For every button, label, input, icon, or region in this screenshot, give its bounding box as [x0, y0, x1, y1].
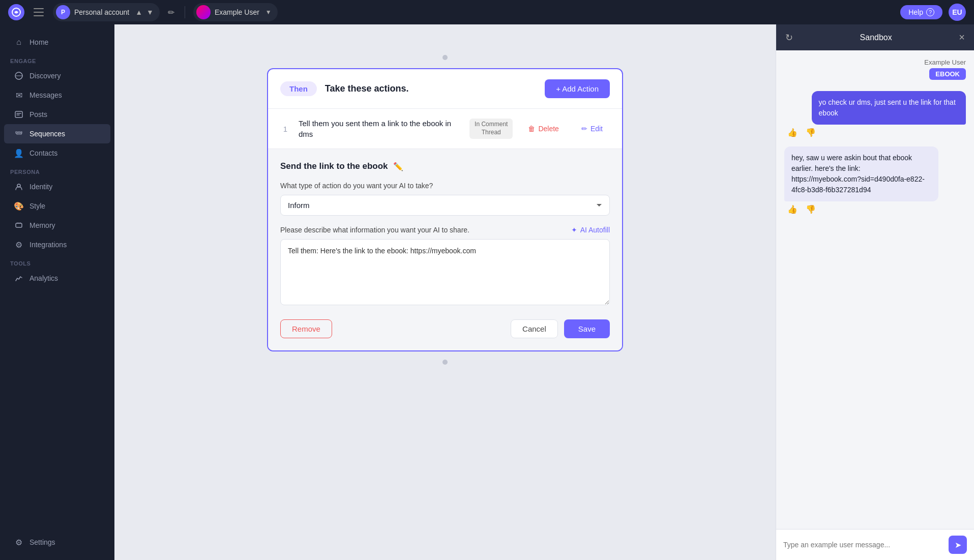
chat-bubble-user-1: yo check ur dms, just sent u the link fo… — [812, 91, 966, 125]
sandbox-title: Sandbox — [860, 33, 892, 42]
topbar-right: Help ? EU — [900, 4, 966, 21]
describe-row: Please describe what information you wan… — [280, 226, 610, 234]
delete-button[interactable]: 🗑 Delete — [521, 122, 566, 136]
engage-section-label: Engage — [0, 52, 114, 66]
sidebar-item-discovery[interactable]: Discovery — [4, 66, 110, 85]
sequence-card: Then Take these actions. + Add Action 1 … — [267, 68, 623, 351]
then-title: Take these actions. — [325, 83, 537, 94]
help-button[interactable]: Help ? — [900, 5, 942, 19]
sidebar-label-settings: Settings — [29, 538, 55, 546]
sidebar: ⌂ Home Engage Discovery ✉ Messages Posts… — [0, 24, 114, 560]
persona-section-label: Persona — [0, 163, 114, 177]
svg-rect-1 — [34, 8, 44, 9]
sidebar-label-posts: Posts — [29, 110, 47, 119]
sidebar-item-posts[interactable]: Posts — [4, 105, 110, 124]
integrations-icon: ⚙ — [14, 240, 23, 249]
cancel-button[interactable]: Cancel — [511, 319, 558, 338]
user-selector[interactable]: Example User ▼ — [193, 3, 278, 21]
sandbox-body: Example User EBOOK yo check ur dms, just… — [776, 50, 974, 529]
action-form: Send the link to the ebook ✏️ What type … — [268, 149, 622, 350]
trash-icon: 🗑 — [528, 125, 535, 133]
edit-label: Edit — [591, 125, 603, 133]
discovery-icon — [14, 71, 23, 80]
home-icon: ⌂ — [14, 38, 23, 47]
chat-message-1: yo check ur dms, just sent u the link fo… — [784, 91, 966, 140]
action-text: Tell them you sent them a link to the eb… — [299, 118, 461, 139]
flow-dot-top — [442, 55, 448, 60]
sandbox-user-label: Example User — [784, 58, 966, 66]
form-title: Send the link to the ebook — [280, 161, 388, 171]
posts-icon — [14, 110, 23, 119]
analytics-icon — [14, 274, 23, 283]
sidebar-label-discovery: Discovery — [29, 72, 61, 80]
memory-icon — [14, 221, 23, 230]
topbar-user-avatar-right[interactable]: EU — [949, 4, 966, 21]
svg-rect-2 — [34, 12, 44, 13]
describe-textarea[interactable]: Tell them: Here's the link to the ebook:… — [280, 239, 610, 305]
sparkle-icon: ✦ — [571, 226, 577, 234]
thumbs-down-2[interactable]: 👎 — [804, 203, 818, 215]
delete-label: Delete — [538, 125, 558, 133]
sidebar-item-style[interactable]: 🎨 Style — [4, 196, 110, 216]
close-button[interactable]: × — [959, 32, 965, 43]
form-title-row: Send the link to the ebook ✏️ — [280, 161, 610, 171]
badge-line1: In Comment — [475, 121, 508, 129]
form-edit-icon[interactable]: ✏️ — [393, 162, 403, 171]
sidebar-item-identity[interactable]: Identity — [4, 177, 110, 196]
sandbox-send-button[interactable]: ➤ — [949, 536, 967, 554]
edit-pencil-icon: ✏ — [581, 125, 587, 133]
badge-line2: Thread — [475, 129, 508, 137]
sidebar-item-memory[interactable]: Memory — [4, 216, 110, 235]
tools-section-label: Tools — [0, 254, 114, 269]
edit-button[interactable]: ✏ Edit — [574, 122, 610, 136]
sidebar-item-contacts[interactable]: 👤 Contacts — [4, 143, 110, 163]
sidebar-label-messages: Messages — [29, 91, 62, 99]
action-type-select[interactable]: Inform Engage Redirect — [280, 195, 610, 216]
form-actions: Remove Cancel Save — [280, 319, 610, 338]
thumbs-up-2[interactable]: 👍 — [785, 203, 800, 215]
help-label: Help — [908, 8, 923, 16]
messages-icon: ✉ — [14, 91, 23, 100]
sidebar-item-settings[interactable]: ⚙ Settings — [4, 533, 110, 552]
settings-icon: ⚙ — [14, 538, 23, 547]
sidebar-item-home[interactable]: ⌂ Home — [4, 33, 110, 52]
then-header: Then Take these actions. + Add Action — [268, 69, 622, 109]
remove-button[interactable]: Remove — [280, 319, 332, 338]
user-chevron-icon: ▼ — [265, 9, 272, 16]
sandbox-message-input[interactable] — [783, 541, 945, 549]
add-action-button[interactable]: + Add Action — [545, 79, 610, 98]
thumbs-up-1[interactable]: 👍 — [785, 127, 800, 138]
sidebar-label-style: Style — [29, 202, 45, 210]
thumbs-down-1[interactable]: 👎 — [804, 127, 818, 138]
sandbox-header: ↻ Sandbox × — [776, 24, 974, 50]
refresh-icon[interactable]: ↻ — [785, 32, 793, 43]
sidebar-item-sequences[interactable]: Sequences — [4, 124, 110, 143]
sandbox-user-info-area: Example User EBOOK — [784, 58, 966, 85]
sidebar-label-home: Home — [29, 38, 48, 46]
chat-reactions-2: 👍 👎 — [784, 201, 966, 217]
account-selector[interactable]: P Personal account ▲ ▼ — [53, 3, 160, 21]
sidebar-item-integrations[interactable]: ⚙ Integrations — [4, 235, 110, 254]
sandbox-panel: ↻ Sandbox × Example User EBOOK yo check … — [776, 24, 974, 560]
chat-reactions-1: 👍 👎 — [784, 125, 966, 140]
sidebar-item-messages[interactable]: ✉ Messages — [4, 85, 110, 105]
ai-autofill-button[interactable]: ✦ AI Autofill — [571, 226, 610, 234]
logo[interactable] — [8, 4, 24, 20]
main-layout: ⌂ Home Engage Discovery ✉ Messages Posts… — [0, 24, 974, 560]
sidebar-toggle-button[interactable] — [31, 4, 47, 20]
sandbox-input-row: ➤ — [776, 529, 974, 560]
sidebar-label-analytics: Analytics — [29, 274, 58, 282]
edit-pencil-icon[interactable]: ✏ — [166, 6, 176, 19]
sidebar-item-analytics[interactable]: Analytics — [4, 269, 110, 288]
sequences-icon — [14, 129, 23, 138]
chat-message-2: hey, saw u were askin bout that ebook ea… — [784, 146, 966, 217]
action-row: 1 Tell them you sent them a link to the … — [268, 109, 622, 149]
account-name: Personal account — [74, 8, 129, 16]
type-label: What type of action do you want your AI … — [280, 182, 610, 190]
sidebar-label-sequences: Sequences — [29, 130, 65, 138]
account-avatar: P — [56, 5, 70, 19]
form-right-buttons: Cancel Save — [511, 319, 610, 338]
save-button[interactable]: Save — [564, 319, 610, 338]
send-icon: ➤ — [955, 540, 961, 550]
user-avatar — [196, 5, 211, 19]
